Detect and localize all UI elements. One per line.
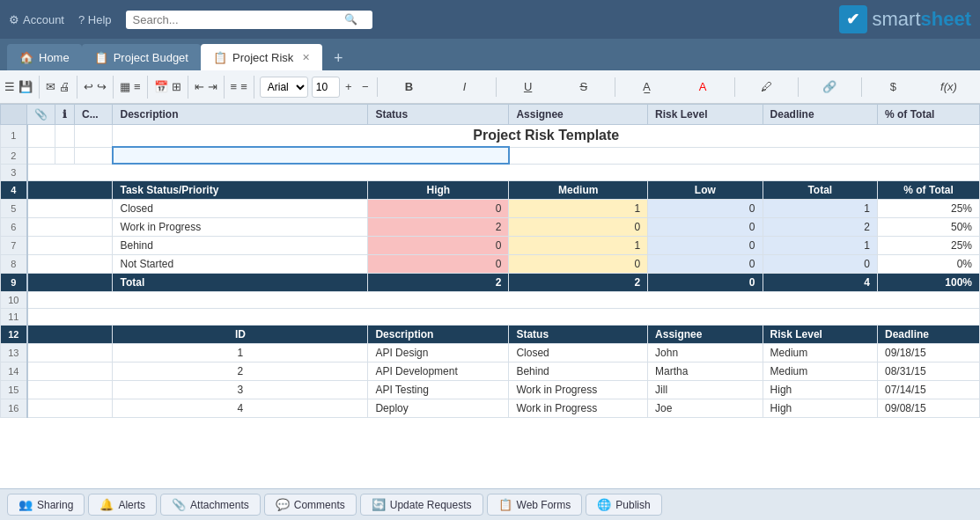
search-bar[interactable]: 🔍	[126, 11, 372, 29]
row-num-4: 4	[1, 180, 27, 199]
col-description-header: Description	[113, 105, 368, 125]
summary-header-row: 4 Task Status/Priority High Medium Low T…	[1, 180, 980, 199]
comments-label: Comments	[294, 499, 345, 511]
fill-color-button[interactable]: A̲	[619, 76, 674, 99]
sheet-area[interactable]: 📎 ℹ C... Description Status Assignee Ris…	[0, 104, 980, 488]
publish-tab[interactable]: 🌐 Publish	[586, 494, 661, 516]
tab-project-budget[interactable]: 📋 Project Budget	[82, 44, 201, 70]
row-num-1: 1	[1, 125, 27, 148]
comments-tab[interactable]: 💬 Comments	[264, 494, 357, 516]
detail-id-2: 2	[113, 362, 368, 380]
detail-id-header: ID	[113, 325, 368, 343]
row-num-6: 6	[1, 217, 27, 236]
col-risk-header: Risk Level	[648, 105, 763, 125]
grid-button[interactable]: ⊞	[171, 76, 182, 99]
detail-row-1: 13 1 API Design Closed John Medium 09/18…	[1, 343, 980, 362]
tab-home[interactable]: 🏠 Home	[7, 44, 82, 70]
font-size-increase[interactable]: +	[341, 76, 357, 99]
summary-label-wip: Work in Progress	[113, 217, 368, 236]
summary-high-not-started: 0	[368, 254, 509, 273]
row-num-5: 5	[1, 199, 27, 217]
input-cell-2[interactable]	[113, 147, 509, 164]
summary-high-header: High	[368, 180, 509, 199]
print-button[interactable]: 🖨	[58, 76, 71, 99]
row-num-8: 8	[1, 254, 27, 273]
strikethrough-button[interactable]: S	[556, 76, 611, 99]
summary-total-medium: 2	[509, 273, 648, 291]
font-size-input[interactable]	[312, 77, 340, 98]
align-right-button[interactable]: ≡	[239, 76, 248, 99]
summary-total-wip: 2	[763, 217, 877, 236]
summary-total-row: 9 Total 2 2 0 4 100%	[1, 273, 980, 291]
publish-icon: 🌐	[597, 498, 611, 511]
sheet-title: Project Risk Template	[113, 125, 980, 148]
link-button[interactable]: 🔗	[802, 76, 858, 99]
table-row: 3	[1, 164, 980, 180]
add-tab-button[interactable]: +	[326, 46, 350, 70]
detail-risk-1: Medium	[763, 343, 877, 362]
undo-button[interactable]: ↩	[83, 76, 94, 99]
col-c-header: C...	[75, 105, 113, 125]
table-view-button[interactable]: ▦	[119, 76, 131, 99]
save-button[interactable]: 💾	[18, 76, 33, 99]
col-icon-header: 📎	[27, 105, 55, 125]
summary-total-header: Total	[763, 180, 877, 199]
font-size-decrease[interactable]: −	[357, 76, 373, 99]
formula-button[interactable]: f(x)	[921, 76, 976, 99]
italic-button[interactable]: I	[437, 76, 492, 99]
row-num-9: 9	[1, 273, 27, 291]
email-button[interactable]: ✉	[45, 76, 56, 99]
help-menu[interactable]: ? Help	[78, 13, 112, 26]
summary-low-closed: 0	[648, 199, 763, 217]
calendar-button[interactable]: 📅	[153, 76, 169, 99]
attachments-icon: 📎	[172, 498, 186, 511]
detail-assignee-1: John	[648, 343, 763, 362]
detail-desc-header: Description	[368, 325, 509, 343]
summary-pct-wip: 50%	[878, 217, 980, 236]
indent-button[interactable]: ≡	[133, 76, 142, 99]
row-num-10: 10	[1, 291, 27, 308]
attach-icon: 📎	[34, 108, 48, 121]
account-menu[interactable]: ⚙ Account	[9, 13, 64, 26]
row-num-header	[1, 105, 27, 125]
attachments-tab[interactable]: 📎 Attachments	[160, 494, 261, 516]
detail-deadline-4: 09/08/15	[878, 399, 980, 417]
close-tab-icon[interactable]: ✕	[302, 52, 310, 63]
detail-id-4: 4	[113, 399, 368, 417]
budget-tab-icon: 📋	[94, 51, 108, 64]
publish-label: Publish	[615, 499, 650, 511]
text-color-button[interactable]: A	[674, 76, 730, 99]
account-icon: ⚙	[9, 13, 19, 26]
top-nav-left: ⚙ Account ? Help 🔍	[9, 11, 839, 29]
align-left-button[interactable]: ≡	[230, 76, 239, 99]
currency-button[interactable]: $	[866, 76, 921, 99]
alerts-tab[interactable]: 🔔 Alerts	[88, 494, 157, 516]
summary-pct-behind: 25%	[878, 236, 980, 254]
detail-deadline-3: 07/14/15	[878, 380, 980, 399]
bold-button[interactable]: B	[381, 76, 437, 99]
row-num-16: 16	[1, 399, 27, 417]
search-input[interactable]	[133, 13, 344, 26]
update-requests-tab[interactable]: 🔄 Update Requests	[360, 494, 483, 516]
tab-project-risk[interactable]: 📋 Project Risk ✕	[201, 44, 322, 70]
web-forms-tab[interactable]: 📋 Web Forms	[487, 494, 583, 516]
sharing-tab[interactable]: 👥 Sharing	[7, 494, 85, 516]
underline-button[interactable]: U	[500, 76, 556, 99]
detail-deadline-2: 08/31/15	[878, 362, 980, 380]
indent-right-button[interactable]: ⇥	[207, 76, 218, 99]
highlight-button[interactable]: 🖊	[739, 76, 794, 99]
sharing-label: Sharing	[37, 499, 73, 511]
summary-label-behind: Behind	[113, 236, 368, 254]
account-label: Account	[23, 13, 64, 26]
indent-left-button[interactable]: ⇤	[194, 76, 205, 99]
detail-row-2: 14 2 API Development Behind Martha Mediu…	[1, 362, 980, 380]
font-family-select[interactable]: Arial	[260, 77, 308, 98]
detail-risk-3: High	[763, 380, 877, 399]
new-row-button[interactable]: ☰	[4, 76, 16, 99]
summary-label-not-started: Not Started	[113, 254, 368, 273]
comments-icon: 💬	[276, 498, 290, 511]
summary-high-behind: 0	[368, 236, 509, 254]
redo-button[interactable]: ↪	[96, 76, 107, 99]
summary-row-wip: 6 Work in Progress 2 0 0 2 50%	[1, 217, 980, 236]
summary-total-total: 4	[763, 273, 877, 291]
